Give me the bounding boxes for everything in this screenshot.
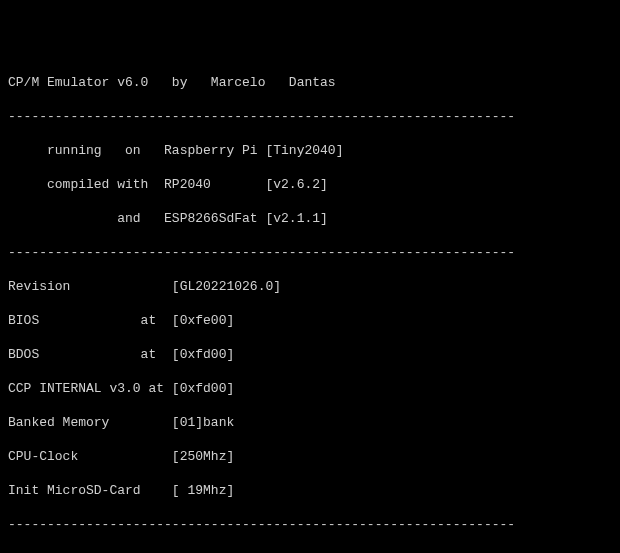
cpu-clock-line: CPU-Clock [250Mhz] [8,448,612,465]
sdcard-line: Init MicroSD-Card [ 19Mhz] [8,482,612,499]
bios-line: BIOS at [0xfe00] [8,312,612,329]
sysinfo-and: and ESP8266SdFat [v2.1.1] [8,210,612,227]
emulator-header: CP/M Emulator v6.0 by Marcelo Dantas [8,74,612,91]
divider: ----------------------------------------… [8,108,612,125]
banked-memory-line: Banked Memory [01]bank [8,414,612,431]
sysinfo-running: running on Raspberry Pi [Tiny2040] [8,142,612,159]
divider: ----------------------------------------… [8,516,612,533]
bdos-line: BDOS at [0xfd00] [8,346,612,363]
sysinfo-compiled: compiled with RP2040 [v2.6.2] [8,176,612,193]
revision-line: Revision [GL20221026.0] [8,278,612,295]
divider: ----------------------------------------… [8,244,612,261]
ccp-line: CCP INTERNAL v3.0 at [0xfd00] [8,380,612,397]
